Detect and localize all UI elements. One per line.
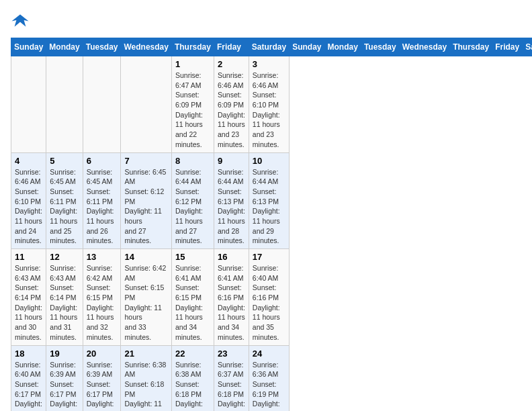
cell-info-line: and 34 minutes.	[175, 322, 210, 342]
logo-bird-icon	[11, 11, 30, 30]
cell-info-line: Sunset: 6:17 PM	[87, 379, 118, 399]
cell-info-line: and 24 minutes.	[15, 226, 42, 246]
calendar-cell: 1Sunrise: 6:47 AMSunset: 6:09 PMDaylight…	[171, 56, 214, 153]
cell-info-line: Sunset: 6:10 PM	[15, 187, 42, 206]
calendar-cell: 3Sunrise: 6:46 AMSunset: 6:10 PMDaylight…	[249, 56, 289, 153]
cell-info-line: Sunset: 6:17 PM	[15, 379, 42, 399]
day-number: 23	[218, 349, 245, 359]
cell-info-line: Sunrise: 6:45 AM	[124, 167, 167, 187]
logo	[11, 11, 32, 30]
day-number: 12	[50, 252, 79, 262]
cell-info-line: Daylight: 11 hours	[218, 399, 245, 411]
cell-info-line: Daylight: 11 hours	[253, 303, 285, 322]
day-number: 16	[218, 252, 245, 262]
cell-info-line: and 23 minutes.	[253, 130, 285, 149]
day-number: 4	[15, 156, 42, 166]
cell-info-line: Daylight: 11 hours	[175, 399, 210, 411]
col-header-wednesday: Wednesday	[399, 38, 449, 56]
cell-info-line: Daylight: 11 hours	[175, 206, 210, 226]
cell-info-line: Sunset: 6:16 PM	[253, 283, 285, 302]
day-number: 10	[253, 156, 285, 166]
calendar-cell: 6Sunrise: 6:45 AMSunset: 6:11 PMDaylight…	[83, 152, 121, 249]
calendar-cell: 2Sunrise: 6:46 AMSunset: 6:09 PMDaylight…	[214, 56, 249, 153]
day-number: 14	[124, 252, 167, 262]
day-number: 18	[15, 349, 42, 359]
cell-info-line: Sunset: 6:19 PM	[253, 379, 285, 399]
cell-info-line: Daylight: 11 hours	[124, 303, 167, 322]
cell-info-line: Sunrise: 6:39 AM	[87, 360, 118, 379]
cell-info-line: Sunset: 6:11 PM	[87, 187, 118, 206]
calendar-cell: 21Sunrise: 6:38 AMSunset: 6:18 PMDayligh…	[121, 345, 171, 411]
cell-info-line: Sunset: 6:10 PM	[253, 90, 285, 109]
cell-info-line: Daylight: 11 hours	[253, 110, 285, 130]
cell-info-line: Sunrise: 6:37 AM	[218, 360, 245, 379]
cell-info-line: Sunrise: 6:45 AM	[87, 167, 118, 187]
cell-info-line: Sunset: 6:09 PM	[175, 90, 210, 109]
day-number: 1	[175, 59, 210, 69]
cell-info-line: Sunset: 6:14 PM	[50, 283, 79, 302]
calendar-cell: 18Sunrise: 6:40 AMSunset: 6:17 PMDayligh…	[11, 345, 46, 411]
calendar-week-row: 11Sunrise: 6:43 AMSunset: 6:14 PMDayligh…	[11, 249, 533, 346]
day-number: 3	[253, 59, 285, 69]
cell-info-line: Sunrise: 6:45 AM	[50, 167, 79, 187]
cell-info-line: Daylight: 11 hours	[50, 399, 79, 411]
calendar-cell: 4Sunrise: 6:46 AMSunset: 6:10 PMDaylight…	[11, 152, 46, 249]
col-header-saturday: Saturday	[523, 38, 532, 56]
cell-info-line: Daylight: 11 hours	[87, 206, 118, 226]
svg-marker-0	[11, 15, 28, 27]
day-number: 11	[15, 252, 42, 262]
day-number: 5	[50, 156, 79, 166]
col-header-thursday: Thursday	[450, 38, 492, 56]
calendar-cell: 5Sunrise: 6:45 AMSunset: 6:11 PMDaylight…	[46, 152, 83, 249]
calendar-cell: 8Sunrise: 6:44 AMSunset: 6:12 PMDaylight…	[171, 152, 214, 249]
cell-info-line: and 27 minutes.	[124, 226, 167, 246]
cell-info-line: Sunrise: 6:44 AM	[175, 167, 210, 187]
cell-info-line: Sunset: 6:11 PM	[50, 187, 79, 206]
day-number: 13	[87, 252, 118, 262]
cell-info-line: Daylight: 11 hours	[124, 399, 167, 411]
cell-info-line: Sunset: 6:14 PM	[15, 283, 42, 302]
day-number: 2	[218, 59, 245, 69]
cell-info-line: and 23 minutes.	[218, 130, 245, 149]
cell-info-line: Sunset: 6:13 PM	[253, 187, 285, 206]
cell-info-line: Sunrise: 6:40 AM	[253, 263, 285, 283]
col-header-wednesday: Wednesday	[121, 38, 171, 56]
cell-info-line: Daylight: 11 hours	[50, 303, 79, 322]
cell-info-line: Sunset: 6:16 PM	[218, 283, 245, 302]
calendar-cell: 12Sunrise: 6:43 AMSunset: 6:14 PMDayligh…	[46, 249, 83, 346]
cell-info-line: Daylight: 11 hours	[218, 110, 245, 130]
col-header-monday: Monday	[324, 38, 361, 56]
calendar-cell: 19Sunrise: 6:39 AMSunset: 6:17 PMDayligh…	[46, 345, 83, 411]
cell-info-line: Sunrise: 6:46 AM	[253, 71, 285, 90]
cell-info-line: Sunset: 6:15 PM	[124, 283, 167, 302]
col-header-friday: Friday	[492, 38, 523, 56]
cell-info-line: and 30 minutes.	[15, 322, 42, 342]
cell-info-line: Sunset: 6:18 PM	[218, 379, 245, 399]
cell-info-line: Daylight: 11 hours	[124, 206, 167, 226]
col-header-monday: Monday	[46, 38, 83, 56]
cell-info-line: Sunset: 6:18 PM	[124, 379, 167, 399]
col-header-friday: Friday	[214, 38, 249, 56]
calendar-week-row: 1Sunrise: 6:47 AMSunset: 6:09 PMDaylight…	[11, 56, 533, 153]
cell-info-line: Daylight: 11 hours	[87, 399, 118, 411]
cell-info-line: Sunset: 6:12 PM	[124, 187, 167, 206]
cell-info-line: and 33 minutes.	[124, 322, 167, 342]
cell-info-line: Daylight: 11 hours	[87, 303, 118, 322]
cell-info-line: Sunrise: 6:41 AM	[218, 263, 245, 283]
cell-info-line: and 27 minutes.	[175, 226, 210, 246]
cell-info-line: Daylight: 11 hours	[15, 206, 42, 226]
calendar-table: SundayMondayTuesdayWednesdayThursdayFrid…	[11, 38, 532, 411]
cell-info-line: and 29 minutes.	[253, 226, 285, 246]
cell-info-line: Daylight: 11 hours	[253, 206, 285, 226]
cell-info-line: Sunrise: 6:43 AM	[50, 263, 79, 283]
cell-info-line: Sunset: 6:13 PM	[218, 187, 245, 206]
day-number: 15	[175, 252, 210, 262]
calendar-cell: 15Sunrise: 6:41 AMSunset: 6:15 PMDayligh…	[171, 249, 214, 346]
calendar-cell: 22Sunrise: 6:38 AMSunset: 6:18 PMDayligh…	[171, 345, 214, 411]
day-number: 19	[50, 349, 79, 359]
calendar-cell	[83, 56, 121, 153]
cell-info-line: and 31 minutes.	[50, 322, 79, 342]
cell-info-line: Sunset: 6:15 PM	[87, 283, 118, 302]
day-number: 17	[253, 252, 285, 262]
cell-info-line: Sunrise: 6:36 AM	[253, 360, 285, 379]
